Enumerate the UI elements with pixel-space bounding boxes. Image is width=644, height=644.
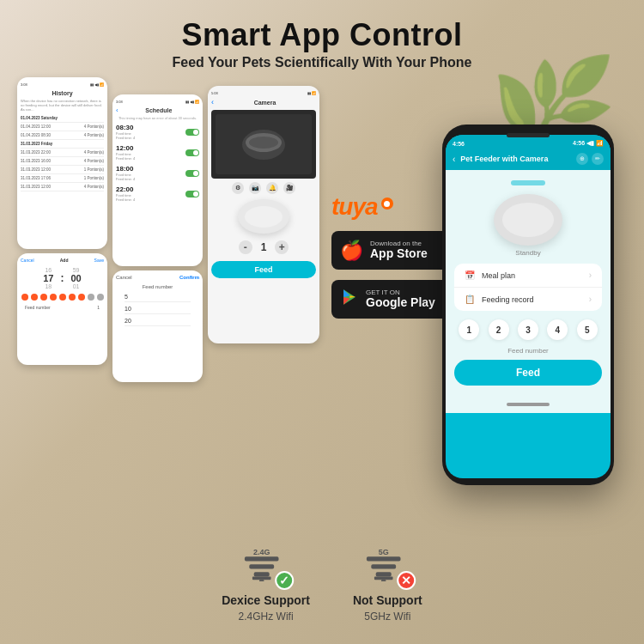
wifi-5g-icon-container: 5G ✕ (360, 543, 416, 590)
confirm-cancel[interactable]: Cancel (116, 275, 132, 280)
quantity-row: - 1 + (211, 240, 316, 254)
history-item-4: 31.03.2023 16:00 4 Portion(s) (21, 157, 104, 166)
cam-icon-4[interactable]: 🎥 (283, 182, 295, 194)
phone-nav-icon-2[interactable]: ✏ (592, 153, 604, 165)
tuya-text: tuya (331, 193, 378, 221)
schedule-item-2: 12:00 Food time Feed time: 4 (116, 144, 199, 161)
wifi-24g-badge: ✓ (275, 571, 294, 590)
add-save[interactable]: Save (94, 258, 104, 263)
confirm-screen: Cancel Confirm Feed number 5 10 20 (112, 270, 203, 382)
cam-icon-2[interactable]: 📷 (249, 182, 261, 194)
schedule-item-4: 22:00 Food time Feed time: 4 (116, 185, 199, 202)
feeder-bowl-area (211, 199, 316, 234)
confirm-options: 5 10 20 (116, 292, 199, 326)
dots-row (21, 294, 104, 301)
phone-content: Standby 📅 Meal plan › 📋 Feeding record › (446, 170, 611, 396)
num-3[interactable]: 3 (518, 319, 538, 340)
num-2[interactable]: 2 (489, 319, 509, 340)
cam-icon-1[interactable]: ⚙ (232, 182, 244, 194)
google-play-big: Google Play (366, 296, 435, 309)
confirm-option-3[interactable]: 20 (125, 316, 191, 326)
qty-value: 1 (261, 241, 267, 253)
wifi-24g-icon-container: 2.4G ✓ (238, 543, 294, 590)
main-phone: 4:56 4:56 ◀▮ 📶 ‹ Pet Feeder with Camera … (442, 125, 614, 485)
phone-nav-icon-1[interactable]: ⊕ (576, 153, 588, 165)
history-warning: When the device has no connection networ… (21, 99, 104, 112)
standby-label: Standby (454, 249, 602, 257)
feeding-record-item[interactable]: 📋 Feeding record › (454, 288, 602, 311)
main-feed-button[interactable]: Feed (454, 360, 602, 386)
history-time: 3:08 (21, 82, 27, 87)
svg-rect-1 (249, 564, 274, 568)
qty-minus[interactable]: - (239, 240, 252, 254)
add-title: Add (60, 258, 69, 263)
feeding-record-chevron: › (589, 295, 592, 304)
progress-bar (511, 180, 545, 185)
google-play-text: GET IT ON Google Play (366, 289, 435, 309)
feeder-bowl-shape (238, 199, 289, 234)
confirm-option-1[interactable]: 5 (125, 292, 191, 302)
wifi-24g: 2.4G ✓ Dexice Support 2.4GHz Wifi (222, 543, 310, 623)
meal-plan-label: Meal plan (482, 271, 582, 280)
device-image: Standby (454, 194, 602, 257)
app-store-text: Download on the App Store (370, 240, 428, 260)
confirm-nav: Cancel Confirm (116, 275, 199, 280)
svg-rect-6 (375, 572, 391, 576)
wifi-5g: 5G ✕ Not Support 5GHz Wifi (353, 543, 422, 623)
cam-icon-3[interactable]: 🔔 (266, 182, 278, 194)
num-1[interactable]: 1 (459, 319, 479, 340)
camera-feed-btn[interactable]: Feed (211, 261, 316, 278)
meal-plan-icon: 📅 (465, 270, 475, 280)
feed-number-sm: Feed number (454, 347, 602, 355)
add-cancel[interactable]: Cancel (21, 258, 34, 263)
google-play-icon (340, 288, 359, 311)
tuya-dot (381, 197, 393, 210)
camera-view (211, 110, 316, 179)
meal-plan-chevron: › (589, 270, 592, 280)
schedule-title: Schedule (118, 107, 199, 113)
num-5[interactable]: 5 (577, 319, 598, 340)
meal-plan-item[interactable]: 📅 Meal plan › (454, 264, 602, 288)
schedule-item-1: 08:30 Food time Feed time: 4 (116, 124, 199, 140)
feeding-record-label: Feeding record (482, 295, 582, 304)
history-status-icons: ▮▮ ◀▮ 📶 (90, 82, 104, 87)
phone-nav-icons: ⊕ ✏ (576, 153, 604, 165)
qty-plus[interactable]: + (275, 240, 289, 254)
schedule-note: This timing may have an error of about 3… (116, 116, 199, 120)
svg-rect-7 (371, 564, 396, 568)
svg-text:5G: 5G (378, 548, 388, 556)
camera-nav: ‹ Camera (211, 98, 316, 106)
history-item-6: 31.03.2023 17:06 1 Portion(s) (21, 174, 104, 183)
time-picker: 16 17 18 : 59 00 01 (21, 267, 104, 289)
home-indicator (446, 396, 611, 413)
num-4[interactable]: 4 (547, 319, 568, 340)
schedule-time: 3:08 (116, 100, 123, 104)
wifi-5g-label1: Not Support (353, 593, 422, 607)
feed-number-value: 1 (97, 305, 100, 310)
apple-icon: 🍎 (340, 240, 363, 262)
main-title: Smart App Control (17, 17, 627, 53)
svg-rect-9 (374, 577, 393, 580)
sub-title: Feed Your Pets Scientifically With Your … (17, 55, 627, 70)
history-item-7: 31.03.2023 12:00 4 Portion(s) (21, 183, 104, 191)
schedule-icons: ▮▮ ◀▮ 📶 (185, 100, 199, 104)
app-store-big: App Store (370, 247, 428, 260)
header: Smart App Control Feed Your Pets Scienti… (17, 17, 627, 70)
feeding-record-icon: 📋 (465, 295, 475, 304)
svg-text:2.4G: 2.4G (253, 548, 270, 556)
add-screen: Cancel Add Save 16 17 18 : 59 00 01 (17, 253, 107, 365)
phone-time: 4:56 (453, 141, 465, 147)
add-nav: Cancel Add Save (21, 258, 104, 263)
phone-back-icon[interactable]: ‹ (453, 155, 455, 164)
svg-rect-8 (367, 556, 401, 561)
device-bowl (494, 194, 562, 246)
svg-rect-4 (259, 580, 264, 581)
history-item-2: 01.04.2023 08:30 4 Portion(s) (21, 131, 104, 140)
home-bar (507, 403, 550, 406)
history-date-2: 31.03.2023 Friday (21, 140, 104, 149)
wifi-section: 2.4G ✓ Dexice Support 2.4GHz Wifi 5G ✕ (222, 543, 422, 623)
schedule-screen: 3:08 ▮▮ ◀▮ 📶 ‹ Schedule This timing may … (112, 94, 203, 266)
phone-screen-inner: 4:56 4:56 ◀▮ 📶 ‹ Pet Feeder with Camera … (446, 135, 611, 478)
confirm-option-2[interactable]: 10 (125, 304, 191, 314)
confirm-confirm[interactable]: Confirm (179, 275, 199, 280)
